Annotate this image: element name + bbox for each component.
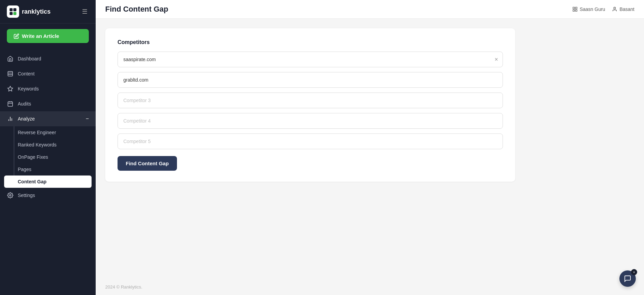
nav-menu: Dashboard Content Keywords xyxy=(0,48,96,295)
sidebar-item-dashboard[interactable]: Dashboard xyxy=(0,51,96,66)
audits-icon xyxy=(7,100,14,107)
sidebar-header: ranklytics ☰ xyxy=(0,0,96,24)
find-content-gap-button[interactable]: Find Content Gap xyxy=(118,156,177,171)
chat-bubble-button[interactable]: × xyxy=(619,270,636,287)
workspace-label: Saasn Guru xyxy=(572,6,605,12)
svg-rect-8 xyxy=(8,102,13,107)
competitor-5-wrapper xyxy=(118,134,503,149)
competitor-5-input[interactable] xyxy=(118,134,503,149)
sidebar-sublabel-content-gap: Content Gap xyxy=(18,179,46,184)
workspace-name: Saasn Guru xyxy=(580,6,605,12)
svg-point-15 xyxy=(10,195,11,196)
sidebar-item-content[interactable]: Content xyxy=(0,66,96,81)
sidebar-item-analyze[interactable]: Analyze − xyxy=(0,111,96,126)
svg-rect-19 xyxy=(575,10,577,11)
top-bar: Find Content Gap Saasn Guru Basant xyxy=(96,0,644,19)
sidebar-item-ranked-keywords[interactable]: Ranked Keywords xyxy=(0,139,96,151)
sidebar-label-settings: Settings xyxy=(18,193,35,198)
sidebar: ranklytics ☰ Write an Article Dashboard xyxy=(0,0,96,295)
competitor-4-input[interactable] xyxy=(118,113,503,129)
write-article-button[interactable]: Write an Article xyxy=(7,29,89,43)
competitor-2-input[interactable] xyxy=(118,72,503,88)
logo-icon xyxy=(7,5,19,18)
competitors-label: Competitors xyxy=(118,39,503,45)
svg-rect-1 xyxy=(13,8,16,11)
svg-rect-0 xyxy=(10,8,13,11)
sidebar-item-audits[interactable]: Audits xyxy=(0,96,96,111)
chat-icon xyxy=(624,275,631,282)
sidebar-sublabel-onpage-fixes: OnPage Fixes xyxy=(18,154,48,160)
hamburger-icon[interactable]: ☰ xyxy=(81,6,89,17)
sidebar-sublabel-pages: Pages xyxy=(18,167,31,172)
competitor-3-wrapper xyxy=(118,93,503,108)
footer-text: 2024 © Ranklytics. xyxy=(105,284,142,290)
keywords-icon xyxy=(7,85,14,92)
svg-point-20 xyxy=(614,7,616,9)
sidebar-item-onpage-fixes[interactable]: OnPage Fixes xyxy=(0,151,96,163)
top-bar-right: Saasn Guru Basant xyxy=(572,6,634,12)
sidebar-item-settings[interactable]: Settings xyxy=(0,188,96,203)
settings-icon xyxy=(7,192,14,199)
svg-marker-7 xyxy=(8,86,13,91)
user-label: Basant xyxy=(612,6,634,12)
sidebar-item-pages[interactable]: Pages xyxy=(0,163,96,175)
sidebar-label-audits: Audits xyxy=(18,101,31,107)
svg-rect-18 xyxy=(573,10,575,11)
sidebar-item-content-gap[interactable]: Content Gap xyxy=(4,175,92,188)
logo: ranklytics xyxy=(7,5,51,18)
user-icon xyxy=(612,6,617,12)
analyze-submenu: Reverse Engineer Ranked Keywords OnPage … xyxy=(0,126,96,188)
analyze-icon xyxy=(7,115,14,122)
clear-competitor-1-button[interactable]: × xyxy=(494,56,498,62)
svg-rect-16 xyxy=(573,7,575,9)
user-name: Basant xyxy=(619,6,634,12)
competitor-1-wrapper: × xyxy=(118,52,503,67)
svg-rect-4 xyxy=(8,71,13,76)
svg-rect-2 xyxy=(10,12,13,15)
main-content: Find Content Gap Saasn Guru Basant xyxy=(96,0,644,295)
svg-rect-3 xyxy=(13,12,16,15)
competitor-2-wrapper xyxy=(118,72,503,88)
content-icon xyxy=(7,70,14,77)
sidebar-label-keywords: Keywords xyxy=(18,86,39,92)
sidebar-label-dashboard: Dashboard xyxy=(18,56,41,61)
sidebar-label-content: Content xyxy=(18,71,35,76)
sidebar-sublabel-reverse-engineer: Reverse Engineer xyxy=(18,130,56,135)
grid-icon xyxy=(572,6,578,12)
sidebar-item-reverse-engineer[interactable]: Reverse Engineer xyxy=(0,126,96,139)
content-area: Competitors × Find Co xyxy=(96,19,644,279)
svg-rect-17 xyxy=(575,7,577,9)
page-title: Find Content Gap xyxy=(105,5,168,14)
home-icon xyxy=(7,55,14,62)
sidebar-item-keywords[interactable]: Keywords xyxy=(0,81,96,96)
footer: 2024 © Ranklytics. xyxy=(96,279,644,295)
sidebar-sublabel-ranked-keywords: Ranked Keywords xyxy=(18,142,57,148)
competitors-card: Competitors × Find Co xyxy=(105,28,515,182)
competitor-4-wrapper xyxy=(118,113,503,129)
chat-close-icon: × xyxy=(631,269,637,275)
competitor-3-input[interactable] xyxy=(118,93,503,108)
sidebar-label-analyze: Analyze xyxy=(18,116,35,122)
competitor-1-input[interactable] xyxy=(118,52,503,67)
logo-text: ranklytics xyxy=(22,8,51,15)
chevron-minus-icon: − xyxy=(86,116,89,122)
